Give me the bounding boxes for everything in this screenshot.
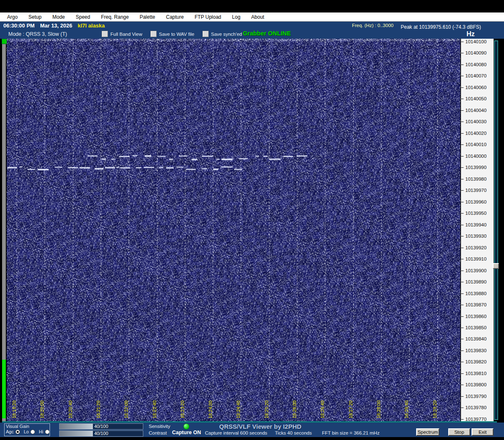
freq-scale-label: 10139950 xyxy=(461,210,487,216)
menu-item[interactable]: Argo xyxy=(7,14,17,20)
capture-interval-label: Capture interval 600 seconds xyxy=(205,430,267,435)
checkbox[interactable]: Save synch'ed xyxy=(202,31,242,37)
menu-item[interactable]: Palette xyxy=(140,14,155,20)
visual-gain-group: Visual Gain Agc Lo Hi xyxy=(4,423,50,436)
visual-gain-options: Agc Lo Hi xyxy=(6,429,50,434)
freq-scale: 1014010010140090101400801014007010140060… xyxy=(461,39,494,421)
ticks-info-label: Ticks 40 seconds xyxy=(275,430,312,435)
menu-item[interactable]: FTP Upload xyxy=(195,14,221,20)
freq-scale-label: 10140020 xyxy=(461,130,487,136)
freq-scale-label: 10139790 xyxy=(461,393,487,399)
menu-item[interactable]: Setup xyxy=(28,14,41,20)
menu-item[interactable]: Log xyxy=(232,14,240,20)
freq-scale-label: 10140010 xyxy=(461,142,487,147)
radio-icon[interactable] xyxy=(15,430,20,434)
freq-scale-label: 10139940 xyxy=(461,222,487,228)
freq-scale-label: 10139810 xyxy=(461,370,487,376)
checkbox-row: Full Band View Save to WAV file Save syn… xyxy=(102,31,242,37)
freq-scale-label: 10139980 xyxy=(461,176,487,182)
freq-scale-label: 10140030 xyxy=(461,119,487,124)
buffer-progress-bar xyxy=(2,360,6,418)
checkbox-box-icon[interactable] xyxy=(150,31,157,37)
freq-offset-track[interactable] xyxy=(494,40,498,420)
freq-scale-label: 10140040 xyxy=(461,107,487,113)
freq-scale-label: 10139880 xyxy=(461,291,487,296)
visual-gain-radio[interactable]: Hi xyxy=(39,429,49,434)
freq-scale-label: 10140050 xyxy=(461,96,487,102)
exit-button[interactable]: Exit xyxy=(472,428,494,436)
radio-icon[interactable] xyxy=(45,430,50,434)
clock-time: 06:30:00 PM xyxy=(3,22,35,29)
hz-unit-label: Hz xyxy=(467,30,475,38)
mode-row: Mode : QRSS 3, Slow (T) Full Band View S… xyxy=(0,30,504,39)
app-title: QRSS/VLF Viewer by I2PHD xyxy=(187,423,333,430)
freq-scale-label: 10140090 xyxy=(461,50,487,56)
menu-item[interactable]: Freq. Range xyxy=(101,14,129,20)
fft-bin-label: FFT bin size = 366.21 mHz xyxy=(322,430,379,435)
freq-scale-label: 10139970 xyxy=(461,187,487,193)
freq-scale-label: 10139850 xyxy=(461,325,487,331)
checkbox-label: Full Band View xyxy=(110,32,142,37)
freq-scale-label: 10140100 xyxy=(461,39,487,45)
checkbox-label: Save synch'ed xyxy=(211,32,242,37)
radio-label: Agc xyxy=(6,429,14,434)
grabber-status: Grabber ONLINE xyxy=(243,30,291,37)
visual-gain-radio[interactable]: Lo xyxy=(24,429,35,434)
bottom-bar: Visual Gain Agc Lo Hi 40/ xyxy=(0,423,504,437)
freq-scale-label: 10140000 xyxy=(461,153,487,159)
waterfall-canvas[interactable] xyxy=(7,39,460,421)
radio-label: Lo xyxy=(24,429,29,434)
freq-scale-label: 10139780 xyxy=(461,405,487,410)
freq-scale-label: 10140070 xyxy=(461,73,487,79)
freq-scale-label: 10139960 xyxy=(461,199,487,205)
radio-icon[interactable] xyxy=(30,430,35,434)
menu-item[interactable]: Mode xyxy=(52,14,65,20)
checkbox[interactable]: Full Band View xyxy=(102,31,142,37)
freq-scale-label: 10139910 xyxy=(461,256,487,262)
freq-scale-label: 10139920 xyxy=(461,245,487,251)
freq-scale-label: 10139840 xyxy=(461,336,487,342)
checkbox-label: Save to WAV file xyxy=(159,32,195,37)
contrast-label: Contrast xyxy=(149,430,167,435)
menu-item[interactable]: Capture xyxy=(166,14,184,20)
freq-scale-label: 10139990 xyxy=(461,164,487,170)
visual-gain-label: Visual Gain xyxy=(6,424,29,429)
freq-scale-label: 10139800 xyxy=(461,382,487,388)
menu-item[interactable]: About xyxy=(251,14,264,20)
freq-scale-label: 10139930 xyxy=(461,233,487,239)
gain-slider[interactable]: 40/100 xyxy=(59,430,143,437)
freq-scale-label: 10139890 xyxy=(461,279,487,285)
gain-sliders: 40/100 40/100 xyxy=(59,423,143,438)
slider-value: 40/100 xyxy=(60,431,143,436)
gain-slider[interactable]: 40/100 xyxy=(59,423,143,430)
argo-window: ArgoSetupModeSpeedFreq. RangePaletteCapt… xyxy=(0,0,504,440)
slider-value: 40/100 xyxy=(60,424,143,429)
mode-label: Mode : QRSS 3, Slow (T) xyxy=(8,31,67,37)
freq-scale-label: 10139860 xyxy=(461,313,487,319)
visual-gain-radio[interactable]: Agc xyxy=(6,429,20,434)
status-bar: 06:30:00 PM Mar 13, 2026 kl7l alaska Fre… xyxy=(0,22,504,30)
callsign-label: kl7l alaska xyxy=(78,22,105,29)
freq-range-readout: Freq. (Hz) : 0..3000 xyxy=(352,23,394,28)
radio-label: Hi xyxy=(39,429,43,434)
freq-offset-thumb[interactable] xyxy=(493,263,499,269)
freq-scale-label: 10140080 xyxy=(461,62,487,67)
stop-button[interactable]: Stop xyxy=(448,428,470,436)
menu-item[interactable]: Speed xyxy=(76,14,90,20)
spectrum-button[interactable]: Spectrum xyxy=(416,428,439,436)
sensitivity-label: Sensitivity xyxy=(149,424,170,429)
freq-scale-label: 10139820 xyxy=(461,359,487,365)
menu-bar: ArgoSetupModeSpeedFreq. RangePaletteCapt… xyxy=(0,12,504,22)
freq-scale-label: 10140060 xyxy=(461,85,487,90)
clock-date: Mar 13, 2026 xyxy=(40,22,72,29)
checkbox-box-icon[interactable] xyxy=(102,31,108,37)
clock-group: 06:30:00 PM Mar 13, 2026 kl7l alaska xyxy=(3,22,105,29)
checkbox[interactable]: Save to WAV file xyxy=(150,31,195,37)
checkbox-box-icon[interactable] xyxy=(202,31,209,37)
peak-readout: Peak at 10139975.610 (-74.3 dBFS) xyxy=(401,24,481,30)
freq-scale-label: 10139830 xyxy=(461,348,487,353)
freq-scale-label: 10139870 xyxy=(461,302,487,308)
freq-scale-label: 10139900 xyxy=(461,268,487,273)
capture-state-label: Capture ON xyxy=(172,430,201,435)
